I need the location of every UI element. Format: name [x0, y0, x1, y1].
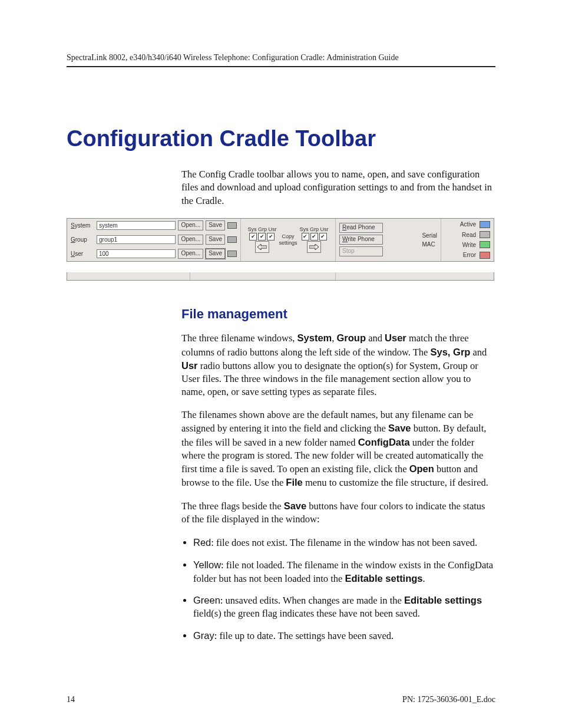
serial-label: Serial	[422, 232, 437, 239]
running-header: SpectraLink 8002, e340/h340/i640 Wireles…	[67, 53, 495, 67]
copy-label: Copy settings	[279, 233, 297, 246]
paragraph-1: The three filename windows, System, Grou…	[181, 331, 495, 398]
copy-left-col: Sys Grp Usr ✔ ✔ ✔	[247, 226, 276, 253]
footer-pn: PN: 1725-36036-001_E.doc	[402, 695, 495, 704]
system-filename-input[interactable]: system	[97, 221, 176, 230]
page-number: 14	[67, 695, 75, 704]
system-flag-icon	[227, 222, 237, 229]
arrow-left-icon	[257, 244, 267, 250]
file-row-user: User 100 Open... Save	[71, 249, 237, 259]
group-filename-input[interactable]: group1	[97, 235, 176, 244]
copy-left-header: Sys Grp Usr	[247, 226, 276, 232]
status-active-label: Active	[456, 221, 476, 228]
copy-pane: Sys Grp Usr ✔ ✔ ✔ Copy settings Sys Grp …	[241, 219, 336, 261]
copy-right-usr-check[interactable]: ✔	[319, 233, 327, 241]
copy-left-sys-check[interactable]: ✔	[249, 233, 257, 241]
user-save-button[interactable]: Save	[206, 249, 225, 259]
copy-right-arrow-button[interactable]	[307, 241, 321, 253]
copy-right-col: Sys Grp Usr ✔ ✔ ✔	[300, 226, 329, 253]
label-user: User	[71, 251, 94, 257]
phone-pane: Read Phone Write Phone Stop Serial MAC	[336, 219, 441, 261]
stop-button[interactable]: Stop	[339, 246, 383, 256]
list-item: Green: unsaved edits. When changes are m…	[193, 594, 495, 621]
intro-paragraph: The Config Cradle toolbar allows you to …	[181, 168, 495, 207]
list-item: Red: file does not exist. The filename i…	[193, 536, 495, 549]
mac-label: MAC	[422, 241, 437, 248]
copy-left-grp-check[interactable]: ✔	[258, 233, 266, 241]
file-row-group: Group group1 Open... Save	[71, 235, 237, 245]
user-filename-input[interactable]: 100	[97, 249, 176, 258]
user-open-button[interactable]: Open...	[178, 249, 203, 259]
read-phone-button[interactable]: Read Phone	[339, 223, 383, 233]
status-read-label: Read	[456, 232, 476, 238]
page-title: Configuration Cradle Toolbar	[67, 126, 495, 151]
led-read-icon	[480, 231, 490, 238]
status-error-label: Error	[456, 252, 476, 258]
system-open-button[interactable]: Open...	[178, 220, 203, 230]
copy-right-header: Sys Grp Usr	[300, 226, 329, 232]
led-error-icon	[480, 252, 490, 259]
flag-list: Red: file does not exist. The filename i…	[193, 536, 495, 643]
status-write-label: Write	[456, 242, 476, 248]
file-row-system: System system Open... Save	[71, 220, 237, 231]
copy-right-sys-check[interactable]: ✔	[302, 233, 309, 241]
paragraph-3: The three flags beside the Save buttons …	[181, 499, 495, 526]
arrow-right-icon	[309, 244, 319, 250]
file-pane: System system Open... Save Group group1 …	[67, 219, 241, 261]
group-flag-icon	[227, 236, 237, 243]
list-item: Gray: file up to date. The settings have…	[193, 629, 495, 643]
group-open-button[interactable]: Open...	[178, 235, 203, 245]
toolbar-screenshot: System system Open... Save Group group1 …	[67, 218, 495, 281]
user-flag-icon	[227, 251, 237, 257]
label-group: Group	[71, 236, 94, 243]
copy-left-usr-check[interactable]: ✔	[267, 233, 275, 241]
group-save-button[interactable]: Save	[206, 235, 225, 245]
system-save-button[interactable]: Save	[206, 220, 225, 230]
copy-left-arrow-button[interactable]	[255, 241, 269, 253]
list-item: Yellow: file not loaded. The filename in…	[193, 558, 495, 586]
copy-right-grp-check[interactable]: ✔	[310, 233, 318, 241]
led-active-icon	[480, 221, 490, 228]
led-write-icon	[480, 241, 490, 248]
write-phone-button[interactable]: Write Phone	[339, 235, 383, 245]
section-title: File management	[181, 307, 495, 322]
label-system: System	[71, 222, 94, 229]
paragraph-2: The filenames shown above are the defaul…	[181, 409, 495, 490]
status-pane: Active Read Write Error	[441, 219, 494, 261]
